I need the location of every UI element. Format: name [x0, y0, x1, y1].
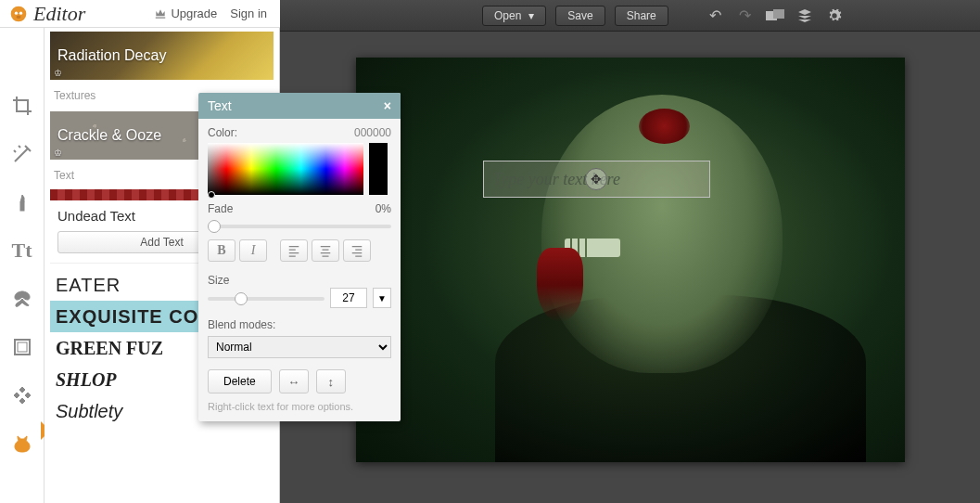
bold-button[interactable]: B: [208, 239, 235, 262]
canvas[interactable]: Type your text here ✥: [356, 58, 905, 462]
crown-icon: ♔: [54, 68, 62, 78]
tool-rail: Tt: [0, 28, 45, 503]
svg-point-0: [11, 6, 27, 21]
wand-tool-icon[interactable]: [9, 141, 35, 167]
align-right-button[interactable]: [343, 239, 371, 262]
upgrade-link[interactable]: Upgrade: [154, 6, 217, 20]
color-label: Color:: [208, 126, 237, 139]
panel-hint: Right-click text for more options.: [208, 401, 391, 412]
blend-label: Blend modes:: [208, 318, 275, 331]
gear-icon[interactable]: [824, 6, 845, 26]
fade-slider[interactable]: [208, 225, 391, 228]
svg-point-2: [19, 11, 22, 14]
svg-point-1: [15, 11, 18, 14]
color-value: 000000: [354, 126, 391, 139]
app-bar: Editor Upgrade Sign in: [0, 0, 280, 28]
redo-icon[interactable]: ↷: [735, 6, 756, 26]
italic-button[interactable]: I: [239, 239, 267, 262]
image-blood-forehead: [639, 109, 690, 144]
spectrum-handle[interactable]: [208, 191, 215, 199]
svg-rect-4: [20, 202, 24, 211]
flip-vertical-button[interactable]: ↕: [316, 369, 346, 393]
cat-theme-icon[interactable]: [9, 431, 35, 457]
open-label: Open: [494, 9, 521, 22]
text-tool-icon[interactable]: Tt: [9, 238, 35, 264]
delete-button[interactable]: Delete: [208, 369, 272, 393]
butterfly-tool-icon[interactable]: [9, 286, 35, 312]
crown-icon: [154, 7, 167, 20]
svg-rect-5: [15, 340, 30, 355]
brand: Editor: [0, 2, 95, 26]
size-dropdown-icon[interactable]: ▼: [373, 288, 391, 308]
save-button[interactable]: Save: [555, 6, 605, 26]
color-spectrum[interactable]: [208, 143, 363, 195]
chevron-down-icon: ▾: [528, 9, 534, 22]
text-properties-panel: Text × Color: 000000 Fade 0% B I Siz: [198, 93, 401, 421]
svg-point-3: [17, 15, 21, 18]
blend-select[interactable]: Normal: [208, 336, 391, 358]
move-handle-icon[interactable]: ✥: [585, 168, 607, 190]
share-button[interactable]: Share: [615, 6, 668, 26]
layers-icon[interactable]: [795, 6, 815, 26]
color-swatch[interactable]: [369, 143, 388, 195]
text-overlay[interactable]: Type your text here ✥: [483, 161, 710, 198]
signin-link[interactable]: Sign in: [230, 6, 267, 20]
fade-label: Fade: [208, 202, 233, 215]
open-button[interactable]: Open▾: [482, 6, 546, 26]
close-icon[interactable]: ×: [384, 98, 391, 113]
brand-name: Editor: [33, 2, 85, 26]
crop-tool-icon[interactable]: [9, 93, 35, 119]
panel-title: Text: [208, 98, 232, 113]
flip-horizontal-button[interactable]: ↔: [279, 369, 309, 393]
svg-rect-8: [773, 9, 784, 19]
upgrade-label: Upgrade: [171, 6, 217, 20]
crown-icon: ♔: [54, 148, 62, 158]
frame-tool-icon[interactable]: [9, 334, 35, 360]
lipstick-tool-icon[interactable]: [9, 189, 35, 215]
images-icon[interactable]: [765, 6, 785, 26]
align-left-button[interactable]: [280, 239, 308, 262]
top-toolbar: Open▾ Save Share ↶ ↷: [280, 0, 980, 32]
effect-label: Radiation Decay: [57, 47, 166, 64]
image-blood-mouth: [537, 248, 583, 322]
size-slider[interactable]: [208, 297, 325, 301]
effect-radiation-decay[interactable]: Radiation Decay ♔: [50, 32, 274, 80]
size-label: Size: [208, 274, 229, 287]
svg-rect-6: [18, 342, 27, 352]
size-input[interactable]: [330, 288, 367, 308]
panel-header[interactable]: Text ×: [198, 93, 401, 119]
undo-icon[interactable]: ↶: [706, 6, 726, 26]
monkey-logo-icon: [9, 5, 28, 23]
fade-value: 0%: [375, 202, 391, 215]
texture-tool-icon[interactable]: [9, 382, 35, 408]
font-label: Subtlety: [56, 401, 122, 422]
effect-label: Crackle & Ooze: [57, 127, 161, 144]
align-center-button[interactable]: [312, 239, 339, 262]
